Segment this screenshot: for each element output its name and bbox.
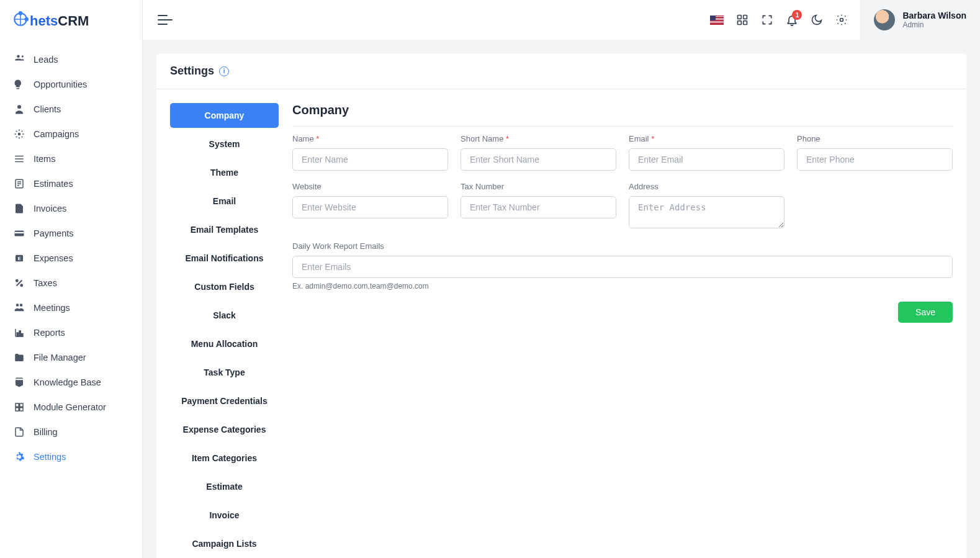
- address-label: Address: [629, 182, 784, 191]
- svg-rect-24: [738, 21, 742, 25]
- address-input[interactable]: [629, 196, 784, 228]
- section-title: Company: [292, 103, 953, 127]
- sidebar-item-label: Opportunities: [34, 79, 87, 89]
- email-input[interactable]: [629, 148, 784, 171]
- tax-number-input[interactable]: [461, 196, 616, 218]
- website-label: Website: [292, 182, 448, 191]
- reports-icon: [14, 327, 25, 338]
- tab-email-templates[interactable]: Email Templates: [170, 217, 279, 242]
- hamburger-icon[interactable]: [158, 14, 173, 25]
- taxes-icon: [14, 277, 25, 289]
- main: 1 Barbara Wilson Admin: [143, 0, 980, 558]
- svg-point-11: [20, 284, 22, 286]
- svg-rect-20: [16, 408, 19, 411]
- sidebar-item-meetings[interactable]: Meetings: [0, 295, 142, 320]
- tab-theme[interactable]: Theme: [170, 160, 279, 185]
- gear-icon: [14, 451, 25, 462]
- sidebar-item-module-generator[interactable]: Module Generator: [0, 395, 142, 420]
- tab-system[interactable]: System: [170, 132, 279, 156]
- sidebar-item-reports[interactable]: Reports: [0, 320, 142, 345]
- tab-task-type[interactable]: Task Type: [170, 360, 279, 385]
- moon-icon[interactable]: [811, 14, 823, 26]
- settings-icon[interactable]: [835, 14, 848, 26]
- book-icon: [14, 377, 25, 388]
- sidebar-item-settings[interactable]: Settings: [0, 444, 142, 469]
- billing-icon: [14, 426, 25, 438]
- tab-expense-categories[interactable]: Expense Categories: [170, 417, 279, 442]
- expenses-icon: E: [14, 253, 25, 264]
- sidebar-item-label: Billing: [34, 427, 58, 437]
- name-input[interactable]: [292, 148, 448, 171]
- meetings-icon: [14, 302, 25, 313]
- daily-emails-hint: Ex. admin@demo.com,team@demo.com: [292, 282, 953, 290]
- notification-badge: 1: [792, 10, 802, 20]
- sidebar-item-payments[interactable]: Payments: [0, 221, 142, 246]
- svg-rect-22: [738, 16, 742, 19]
- tax-number-label: Tax Number: [461, 182, 616, 191]
- tab-custom-fields[interactable]: Custom Fields: [170, 274, 279, 299]
- page-header: Settings i: [156, 53, 966, 89]
- sidebar-item-campaigns[interactable]: Campaigns: [0, 122, 142, 146]
- tab-company[interactable]: Company: [170, 103, 279, 128]
- sidebar-item-expenses[interactable]: E Expenses: [0, 246, 142, 271]
- sidebar-item-billing[interactable]: Billing: [0, 420, 142, 444]
- settings-tabs: Company System Theme Email Email Templat…: [170, 103, 279, 558]
- sidebar-item-invoices[interactable]: Invoices: [0, 196, 142, 221]
- tab-payment-credentials[interactable]: Payment Credentials: [170, 389, 279, 413]
- tab-invoice[interactable]: Invoice: [170, 503, 279, 528]
- svg-point-13: [20, 304, 23, 307]
- sidebar-item-items[interactable]: Items: [0, 146, 142, 171]
- svg-point-3: [17, 105, 21, 109]
- sidebar-item-label: Leads: [34, 55, 58, 65]
- sidebar-item-label: Invoices: [34, 204, 66, 214]
- avatar: [874, 9, 895, 30]
- sidebar-item-label: Settings: [34, 452, 66, 462]
- logo-text-1: hets: [30, 13, 58, 29]
- svg-text:E: E: [17, 256, 20, 261]
- svg-rect-7: [15, 232, 24, 233]
- bell-icon[interactable]: 1: [786, 14, 798, 26]
- svg-point-12: [16, 304, 19, 307]
- svg-point-26: [840, 19, 843, 22]
- sidebar-item-opportunities[interactable]: Opportunities: [0, 72, 142, 97]
- sidebar-item-label: Reports: [34, 328, 65, 338]
- apps-icon[interactable]: [736, 14, 748, 26]
- sidebar-item-taxes[interactable]: Taxes: [0, 271, 142, 295]
- website-input[interactable]: [292, 196, 448, 218]
- opportunities-icon: [14, 79, 25, 90]
- sidebar-item-label: Estimates: [34, 179, 73, 189]
- svg-rect-18: [16, 403, 19, 407]
- tab-estimate[interactable]: Estimate: [170, 474, 279, 499]
- tab-email[interactable]: Email: [170, 189, 279, 214]
- tab-email-notifications[interactable]: Email Notifications: [170, 246, 279, 271]
- logo[interactable]: hetsCRM: [0, 0, 142, 42]
- sidebar-item-clients[interactable]: Clients: [0, 97, 142, 122]
- tab-slack[interactable]: Slack: [170, 303, 279, 328]
- sidebar-item-knowledge-base[interactable]: Knowledge Base: [0, 370, 142, 395]
- logo-text-2: CRM: [58, 13, 89, 29]
- phone-input[interactable]: [797, 148, 953, 171]
- tab-item-categories[interactable]: Item Categories: [170, 446, 279, 470]
- nav-list: Leads Opportunities Clients Campaigns: [0, 42, 142, 474]
- logo-icon: [12, 11, 29, 31]
- tab-menu-allocation[interactable]: Menu Allocation: [170, 331, 279, 356]
- campaigns-icon: [14, 128, 25, 140]
- fullscreen-icon[interactable]: [761, 14, 773, 26]
- sidebar-item-leads[interactable]: Leads: [0, 47, 142, 72]
- sidebar-item-estimates[interactable]: Estimates: [0, 171, 142, 196]
- user-menu[interactable]: Barbara Wilson Admin: [860, 0, 980, 40]
- sidebar-item-file-manager[interactable]: File Manager: [0, 345, 142, 370]
- svg-rect-16: [22, 334, 23, 337]
- flag-us-icon[interactable]: [710, 16, 724, 25]
- save-button[interactable]: Save: [898, 302, 953, 323]
- info-icon[interactable]: i: [219, 66, 229, 76]
- topbar: 1 Barbara Wilson Admin: [143, 0, 980, 40]
- name-label: Name *: [292, 134, 448, 143]
- sidebar-item-label: File Manager: [34, 353, 86, 362]
- sidebar: hetsCRM Leads Opportunities Clients: [0, 0, 143, 558]
- sidebar-item-label: Campaigns: [34, 129, 79, 139]
- short-name-input[interactable]: [461, 148, 616, 171]
- sidebar-item-label: Payments: [34, 228, 73, 238]
- daily-emails-input[interactable]: [292, 256, 953, 278]
- tab-campaign-lists[interactable]: Campaign Lists: [170, 531, 279, 556]
